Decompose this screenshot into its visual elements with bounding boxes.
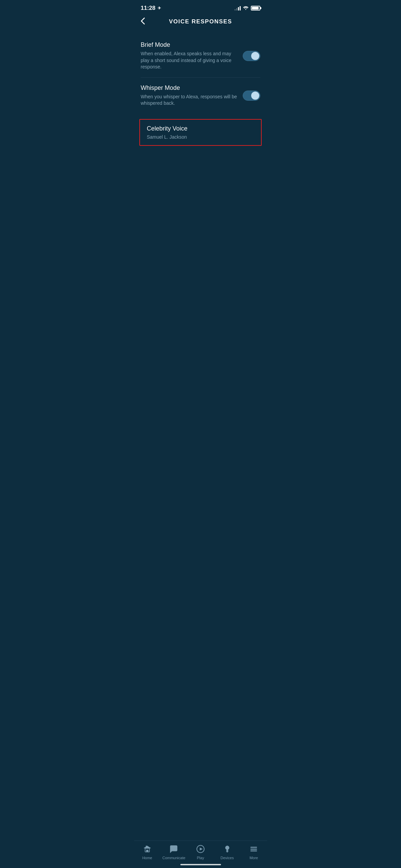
whisper-mode-toggle[interactable]	[243, 91, 260, 101]
whisper-mode-title: Whisper Mode	[141, 84, 237, 92]
whisper-toggle-knob	[251, 92, 259, 100]
brief-mode-text: Brief Mode When enabled, Alexa speaks le…	[141, 41, 243, 71]
status-bar: 11:28 ✈	[134, 0, 267, 15]
signal-icon	[235, 6, 241, 11]
brief-mode-description: When enabled, Alexa speaks less and may …	[141, 51, 237, 71]
celebrity-voice-title: Celebrity Voice	[147, 125, 254, 132]
brief-mode-title: Brief Mode	[141, 41, 237, 48]
status-time: 11:28 ✈	[141, 5, 161, 12]
whisper-mode-row: Whisper Mode When you whisper to Alexa, …	[141, 79, 260, 112]
toggle-knob	[251, 52, 259, 60]
brief-mode-toggle[interactable]	[243, 51, 260, 61]
celebrity-voice-row[interactable]: Celebrity Voice Samuel L. Jackson	[139, 119, 262, 146]
wifi-icon	[243, 5, 249, 11]
header: VOICE RESPONSES	[134, 15, 267, 31]
status-icons	[235, 5, 260, 11]
whisper-mode-text: Whisper Mode When you whisper to Alexa, …	[141, 84, 243, 107]
back-button[interactable]	[141, 18, 145, 26]
divider-1	[141, 77, 260, 78]
celebrity-voice-subtitle: Samuel L. Jackson	[147, 134, 254, 140]
settings-content: Brief Mode When enabled, Alexa speaks le…	[134, 31, 267, 118]
time-display: 11:28	[141, 5, 155, 12]
location-arrow-icon: ✈	[158, 6, 161, 11]
whisper-mode-description: When you whisper to Alexa, responses wil…	[141, 94, 237, 107]
page-title: VOICE RESPONSES	[169, 18, 232, 25]
battery-icon	[251, 6, 260, 11]
brief-mode-row: Brief Mode When enabled, Alexa speaks le…	[141, 36, 260, 76]
